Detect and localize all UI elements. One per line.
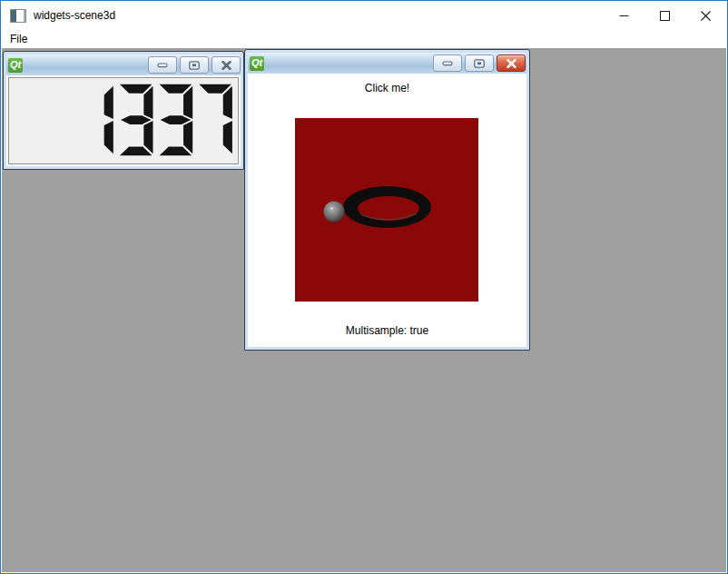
close-icon [701, 11, 711, 21]
multisample-status-label: Multisample: true [248, 324, 526, 337]
lcd-number-display [8, 77, 239, 164]
minimize-icon [619, 11, 629, 21]
scene3d-viewport[interactable] [295, 118, 478, 302]
menubar: File [2, 29, 726, 48]
window-controls [604, 2, 726, 29]
click-me-button[interactable]: Click me! [248, 81, 526, 95]
lcd-subwindow-controls [145, 56, 241, 74]
scene-background [295, 118, 478, 302]
maximize-button[interactable] [180, 56, 209, 74]
maximize-icon [474, 59, 485, 68]
qt-logo-icon: Qt [250, 56, 264, 71]
lcd-subwindow-titlebar[interactable]: Qt [6, 54, 241, 75]
maximize-icon [189, 61, 200, 70]
lcd-subwindow-content [6, 75, 241, 166]
close-button[interactable] [497, 54, 526, 72]
lcd-digits [9, 78, 238, 163]
app-icon [10, 9, 26, 23]
maximize-icon [660, 11, 670, 21]
sphere-mesh [324, 202, 345, 223]
window-title: widgets-scene3d [34, 9, 115, 22]
scene3d-subwindow-titlebar[interactable]: Qt [248, 53, 526, 74]
close-button[interactable] [685, 2, 726, 29]
qt-logo-icon: Qt [8, 58, 23, 73]
lcd-subwindow: Qt [3, 51, 244, 170]
scene3d-subwindow-content: Click me! Multisample: t [248, 74, 526, 347]
close-button[interactable] [212, 56, 241, 74]
close-icon [221, 61, 231, 70]
minimize-icon [442, 59, 453, 67]
maximize-button[interactable] [465, 54, 494, 72]
scene3d-subwindow: Qt Click me! [244, 49, 530, 351]
mdi-area: Qt [2, 48, 726, 572]
close-icon [507, 59, 516, 68]
minimize-icon [157, 61, 168, 69]
maximize-button[interactable] [644, 2, 685, 29]
sphere-specular [330, 207, 332, 209]
minimize-button[interactable] [433, 54, 462, 72]
scene3d-subwindow-controls [430, 54, 526, 72]
minimize-button[interactable] [604, 2, 644, 29]
menu-file[interactable]: File [2, 31, 35, 47]
window-titlebar[interactable]: widgets-scene3d [2, 2, 726, 29]
minimize-button[interactable] [148, 56, 177, 74]
main-window: widgets-scene3d File Qt [0, 0, 728, 574]
